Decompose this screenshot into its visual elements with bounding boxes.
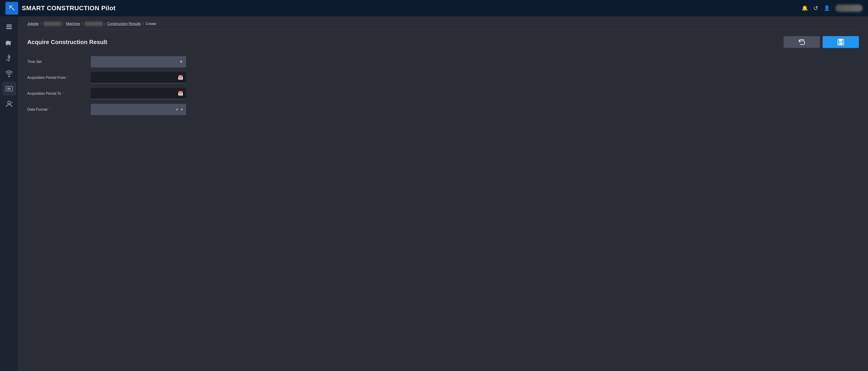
acquisition-from-required-star: * — [67, 76, 68, 80]
svg-rect-4 — [6, 41, 9, 43]
header-right: 🔔 ↺ 👤 — [802, 4, 863, 12]
data-format-dropdown-arrow[interactable]: ▼ — [180, 108, 183, 111]
refresh-icon[interactable]: ↺ — [813, 5, 818, 12]
svg-rect-2 — [6, 28, 12, 29]
acquisition-to-input[interactable] — [93, 91, 178, 95]
time-set-label: Time Set — [27, 60, 86, 64]
logo: ⛏ — [5, 2, 18, 15]
acquisition-to-calendar-icon[interactable]: 📅 — [178, 91, 183, 96]
app-title: SMART CONSTRUCTION Pilot — [22, 4, 116, 12]
breadcrumb-sep-3: / — [82, 22, 83, 26]
acquisition-to-date-input-wrapper: 📅 — [91, 88, 186, 99]
acquisition-to-label: Acquisition Period To * — [27, 91, 86, 96]
svg-rect-20 — [840, 42, 842, 44]
svg-point-15 — [8, 101, 10, 104]
main-layout: ID Jobsite / / Machine / / Constructio — [0, 16, 868, 371]
acquisition-to-required-star: * — [63, 91, 64, 95]
svg-point-7 — [9, 44, 10, 46]
breadcrumb-sep-5: / — [143, 22, 144, 26]
data-format-multi-select-wrapper[interactable]: ✕ ▼ — [91, 104, 186, 115]
breadcrumb-construction-results[interactable]: Construction Results — [107, 22, 141, 26]
breadcrumb-machine-name — [85, 22, 103, 26]
breadcrumb-machine[interactable]: Machine — [66, 22, 80, 26]
breadcrumb-sep-4: / — [104, 22, 105, 26]
notification-icon[interactable]: 🔔 — [802, 5, 808, 11]
account-icon[interactable]: 👤 — [824, 5, 830, 11]
acquisition-from-control: 📅 — [91, 72, 186, 83]
breadcrumb-create: Create — [146, 22, 156, 26]
acquisition-to-control: 📅 — [91, 88, 186, 99]
data-format-control: ✕ ▼ — [91, 104, 186, 115]
breadcrumb-sep-2: / — [63, 22, 64, 26]
app-header: ⛏ SMART CONSTRUCTION Pilot 🔔 ↺ 👤 — [0, 0, 868, 16]
svg-rect-0 — [6, 25, 12, 25]
breadcrumb-sep-1: / — [41, 22, 41, 26]
time-set-row: Time Set ▼ — [27, 56, 186, 67]
breadcrumb: Jobsite / / Machine / / Construction Res… — [27, 22, 859, 26]
time-set-control: ▼ — [91, 56, 186, 67]
acquisition-from-row: Acquisition Period From * 📅 — [27, 72, 186, 83]
id-label: ID — [6, 86, 13, 91]
data-format-required-star: * — [49, 108, 50, 111]
logo-icon: ⛏ — [9, 4, 15, 12]
sidebar-item-wireless[interactable] — [2, 66, 16, 80]
svg-rect-5 — [9, 41, 11, 42]
time-set-select[interactable] — [91, 56, 186, 67]
svg-line-9 — [6, 59, 9, 61]
svg-point-6 — [6, 44, 8, 46]
breadcrumb-jobsite[interactable]: Jobsite — [27, 22, 39, 26]
sidebar-item-remote[interactable] — [2, 97, 16, 111]
data-format-label: Data Format * — [27, 108, 86, 112]
user-profile-badge[interactable] — [835, 4, 863, 12]
sidebar-item-layers[interactable] — [2, 20, 16, 34]
save-button[interactable] — [823, 36, 859, 48]
breadcrumb-jobsite-name — [43, 22, 62, 26]
svg-point-11 — [9, 75, 9, 76]
sidebar-item-survey[interactable] — [2, 51, 16, 64]
acquisition-from-label: Acquisition Period From * — [27, 76, 86, 80]
header-actions — [783, 36, 859, 48]
sidebar-item-machine[interactable] — [2, 35, 16, 49]
data-format-actions: ✕ ▼ — [176, 108, 183, 112]
form-section: Time Set ▼ Acquisition Period From * — [27, 56, 186, 115]
acquisition-from-input[interactable] — [93, 76, 178, 80]
acquisition-from-calendar-icon[interactable]: 📅 — [178, 75, 183, 80]
back-button[interactable] — [783, 36, 820, 48]
sidebar: ID — [0, 16, 18, 371]
svg-rect-1 — [6, 26, 12, 27]
page-title: Acquire Construction Result — [27, 39, 107, 46]
time-set-select-wrapper: ▼ — [91, 56, 186, 67]
header-left: ⛏ SMART CONSTRUCTION Pilot — [5, 2, 116, 15]
sidebar-item-id[interactable]: ID — [2, 82, 16, 95]
svg-point-16 — [12, 102, 13, 103]
content-area: Jobsite / / Machine / / Construction Res… — [18, 16, 868, 371]
page-header: Acquire Construction Result — [27, 36, 859, 48]
svg-rect-18 — [839, 39, 843, 41]
data-format-row: Data Format * ✕ ▼ — [27, 104, 186, 115]
acquisition-to-row: Acquisition Period To * 📅 — [27, 88, 186, 99]
acquisition-from-date-input-wrapper: 📅 — [91, 72, 186, 83]
data-format-clear-icon[interactable]: ✕ — [176, 108, 178, 112]
